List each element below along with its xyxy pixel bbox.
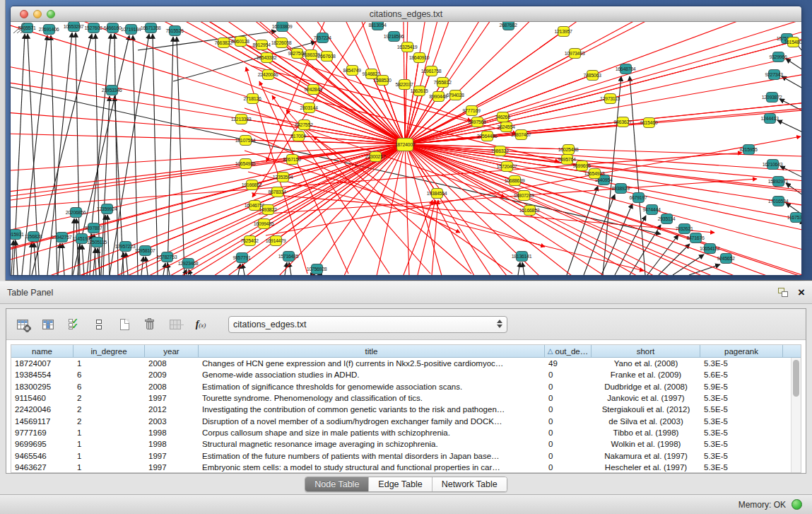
graph-node[interactable]: 1167533 — [790, 212, 802, 223]
graph-node[interactable]: 8471676 — [690, 233, 702, 243]
collapsed-panel-edge[interactable] — [0, 0, 6, 281]
graph-node[interactable]: 9495764 — [561, 154, 573, 165]
graph-node[interactable]: 16782753 — [161, 252, 173, 262]
graph-node[interactable]: 1244413 — [764, 113, 776, 124]
graph-node[interactable]: 746266 — [497, 112, 509, 122]
graph-node[interactable]: 8427552 — [298, 119, 310, 130]
minimize-window-icon[interactable] — [33, 10, 42, 18]
graph-node[interactable]: 16914479 — [270, 235, 282, 246]
graph-node[interactable]: 8938923 — [615, 183, 627, 194]
graph-node[interactable]: 1156828 — [28, 231, 40, 242]
graph-node[interactable]: 8215955 — [743, 144, 755, 155]
graph-node[interactable]: 16648784 — [620, 64, 632, 74]
graph-node[interactable]: 1588520 — [377, 75, 389, 86]
graph-node[interactable]: 9857791 — [236, 252, 248, 263]
table-settings-button[interactable] — [12, 314, 33, 335]
graph-node[interactable]: 8678334 — [271, 187, 283, 197]
column-header-short[interactable]: short — [592, 345, 700, 357]
graph-node[interactable]: 13942757 — [56, 232, 68, 243]
graph-node[interactable]: 1362615 — [413, 86, 425, 96]
graph-node[interactable]: 17957223 — [119, 241, 131, 252]
network-table-dropdown[interactable]: citations_edges.txt — [228, 316, 507, 333]
table-row[interactable]: 911546021997Tourette syndrome. Phenomeno… — [11, 392, 801, 404]
graph-node[interactable]: 8813054 — [372, 22, 384, 30]
graph-node[interactable]: 12923468 — [182, 258, 194, 269]
tab-node-table[interactable]: Node Table — [305, 477, 369, 491]
close-panel-icon[interactable]: × — [798, 288, 805, 298]
graph-node[interactable]: 12213383 — [235, 114, 247, 124]
graph-node[interactable]: 2935114 — [661, 214, 673, 224]
graph-node[interactable]: 20564486 — [481, 131, 493, 141]
graph-node[interactable]: 15720407 — [501, 161, 513, 172]
graph-node[interactable]: 16033809 — [276, 22, 288, 32]
graph-node[interactable]: 12505115 — [91, 237, 103, 247]
graph-node[interactable]: 1213957 — [558, 26, 570, 37]
graph-node[interactable]: 17016534 — [772, 196, 784, 206]
graph-node[interactable]: 18136141 — [516, 251, 528, 262]
graph-node[interactable]: 13654923 — [589, 168, 601, 179]
graph-node[interactable]: 7625402 — [244, 235, 256, 246]
graph-node[interactable]: 16543382 — [261, 52, 273, 63]
graph-node[interactable]: 6497568 — [471, 117, 483, 127]
graph-node[interactable]: 10973493 — [569, 48, 581, 59]
new-table-button[interactable] — [114, 314, 135, 335]
graph-node[interactable]: 19218596 — [388, 31, 400, 42]
graph-node[interactable]: 16325419 — [401, 42, 413, 52]
graph-node[interactable]: 19166852 — [246, 180, 258, 190]
close-window-icon[interactable] — [20, 10, 28, 18]
tab-edge-table[interactable]: Edge Table — [369, 477, 432, 491]
function-builder-button[interactable]: f(x) — [190, 314, 211, 335]
graph-node[interactable]: 18226058 — [276, 37, 288, 48]
scrollbar-thumb[interactable] — [793, 360, 799, 397]
graph-node[interactable]: 9242848 — [307, 84, 319, 95]
graph-node[interactable]: 2667608 — [321, 51, 333, 62]
graph-node[interactable]: 9777169 — [466, 105, 478, 116]
graph-node[interactable]: 7515526 — [169, 25, 181, 36]
graph-node[interactable]: 9245652 — [720, 253, 732, 264]
graph-node[interactable]: 16671358 — [145, 23, 157, 33]
delete-table-button[interactable] — [139, 314, 160, 335]
graph-node[interactable]: 9146821 — [365, 69, 377, 79]
graph-node[interactable]: 21953346 — [106, 85, 118, 95]
table-row[interactable]: 1872400712008Changes of HCN gene express… — [11, 358, 801, 369]
graph-node[interactable]: 3624554 — [500, 122, 512, 132]
graph-node[interactable]: 10025488 — [563, 144, 575, 155]
graph-node[interactable]: 9329966 — [772, 52, 784, 62]
graph-node[interactable]: 10756928 — [311, 264, 323, 274]
graph-node[interactable]: 5822037 — [399, 79, 411, 90]
table-row[interactable]: 946362711997Embryonic stem cells: a mode… — [11, 462, 801, 473]
graph-node[interactable]: 1493822 — [262, 204, 274, 215]
graph-node[interactable]: 7986322 — [494, 146, 506, 156]
graph-node[interactable]: 15716485 — [283, 251, 295, 262]
column-header-year[interactable]: year — [145, 345, 199, 357]
table-row[interactable]: 1938455462009Genome-wide association stu… — [11, 369, 801, 380]
graph-node[interactable]: 8912954 — [256, 40, 268, 50]
graph-node[interactable]: 9463627 — [617, 117, 629, 127]
graph-node[interactable]: 20206856 — [70, 207, 82, 218]
graph-node[interactable]: 9115460 — [643, 117, 655, 128]
graph-node[interactable]: 6466160 — [107, 23, 119, 33]
graph-node[interactable]: 18640910 — [413, 52, 425, 63]
graph-node[interactable]: 15892971 — [772, 176, 784, 187]
table-row[interactable]: 1456911722003Disruption of a novel membe… — [11, 415, 801, 426]
graph-node[interactable]: 6794028 — [449, 90, 461, 100]
graph-node[interactable]: 18107554 — [240, 135, 252, 146]
float-panel-icon[interactable] — [778, 288, 788, 297]
table-row[interactable]: 1830029562008Estimation of significance … — [11, 381, 801, 392]
column-header-pagerank[interactable]: pagerank — [700, 345, 783, 357]
graph-node[interactable]: 9699695 — [576, 160, 588, 171]
table-row[interactable]: 969969511998Structural magnetic resonanc… — [11, 438, 801, 450]
graph-node[interactable]: 27691406 — [43, 24, 55, 35]
network-canvas[interactable]: 5405571276914061065328715276026466160107… — [11, 22, 802, 276]
graph-node[interactable]: 9397887 — [88, 223, 100, 233]
graph-node[interactable]: 9474444 — [646, 204, 658, 215]
network-window[interactable]: citations_edges.txt 54055712769140 — [10, 6, 802, 276]
table-row[interactable]: 2242004622012Investigating the contribut… — [11, 404, 801, 415]
column-header-title[interactable]: title — [199, 345, 545, 357]
graph-node[interactable]: 7663822 — [218, 37, 230, 48]
canvas-resize-grip[interactable] — [11, 22, 26, 33]
graph-node[interactable]: 10807467 — [515, 129, 527, 140]
graph-node[interactable]: 10654112 — [704, 243, 716, 254]
graph-node[interactable]: 3915931 — [11, 229, 21, 240]
graph-node[interactable]: 1145194 — [76, 233, 88, 244]
